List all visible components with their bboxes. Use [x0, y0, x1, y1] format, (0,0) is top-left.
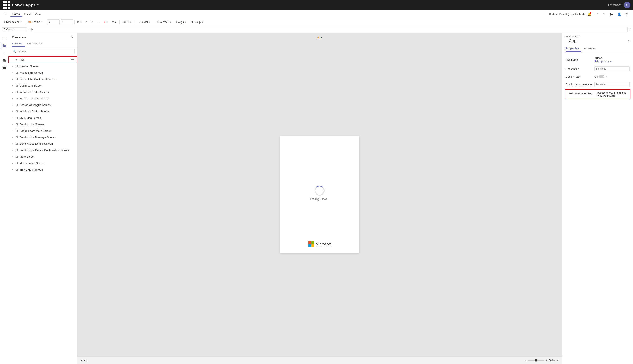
menu-home[interactable]: Home [10, 12, 22, 17]
send-kudos-details-chevron-icon: › [12, 143, 15, 145]
menu-bar: File Home Insert View Kudos - Saved (Unp… [0, 10, 633, 18]
individual-kudos-screen-icon: ☐ [16, 91, 19, 94]
redo-icon[interactable]: ↪ [601, 11, 607, 17]
search-input[interactable] [17, 50, 73, 53]
waffle-button[interactable] [3, 1, 10, 9]
search-colleague-screen-icon: ☐ [16, 104, 19, 106]
kudos-intro-chevron-icon: › [12, 72, 15, 74]
add-icon[interactable]: ＋ [1, 50, 8, 56]
individual-profile-screen-label: Individual Profile Screen [20, 110, 74, 113]
tree-item-select-colleague-screen[interactable]: › ☐ Select Colleague Screen [8, 95, 77, 102]
user-avatar[interactable]: U [624, 2, 630, 8]
fullscreen-icon[interactable]: ⤢ [556, 359, 559, 362]
data-icon[interactable] [1, 57, 8, 64]
notifications-icon[interactable]: 🔔 [586, 11, 592, 17]
person-icon[interactable]: 👤 [616, 11, 622, 17]
underline-button[interactable]: U [89, 20, 95, 24]
select-colleague-screen-icon: ☐ [16, 97, 19, 100]
reorder-button[interactable]: ⧉ Reorder ▼ [155, 20, 173, 24]
property-value: OnStart [4, 28, 12, 31]
tree-item-my-kudos-screen[interactable]: › ☐ My Kudos Screen [8, 115, 77, 121]
tree-item-kudos-intro-screen[interactable]: › ☐ Kudos Intro Screen [8, 70, 77, 76]
microsoft-logo: Microsoft [308, 242, 331, 247]
app-more-icon[interactable]: ••• [71, 58, 74, 61]
instrumentation-key-label: Instrumentation key [568, 91, 596, 95]
formula-expand-icon[interactable]: ▼ [629, 28, 631, 31]
group-button[interactable]: ⊡ Group ▼ [189, 20, 205, 24]
font-family-dropdown[interactable]: ▼ [47, 20, 60, 25]
canvas-footer: ⊞ App − + 50 % ⤢ [77, 356, 562, 364]
align-button[interactable]: ⊞ Align ▼ [174, 20, 188, 24]
tree-item-send-kudos-screen[interactable]: › ☐ Send Kudos Screen [8, 121, 77, 128]
tree-view-icon[interactable] [1, 42, 8, 49]
tree-item-dashboard-screen[interactable]: › ☐ Dashboard Screen [8, 82, 77, 89]
dashboard-screen-label: Dashboard Screen [20, 84, 74, 87]
formula-input[interactable] [34, 27, 627, 32]
right-panel-title: App [566, 38, 580, 45]
tree-close-icon[interactable]: ✕ [71, 36, 74, 39]
tab-screens[interactable]: Screens [12, 41, 25, 47]
hamburger-menu-icon[interactable]: ☰ [1, 34, 8, 41]
group-label: Group [194, 21, 201, 24]
tree-item-maintenance-screen[interactable]: › ☐ Maintenance Screen [8, 160, 77, 166]
kudos-intro-cont-screen-icon: ☐ [16, 78, 19, 81]
send-kudos-screen-label: Send Kudos Screen [20, 123, 74, 126]
tree-item-app[interactable]: ⊞ App ••• [8, 56, 77, 63]
environment-label: Environment [608, 4, 622, 6]
menu-view[interactable]: View [33, 12, 43, 16]
tree-item-thrive-help-screen[interactable]: › ☐ Thrive Help Screen [8, 166, 77, 173]
tree-item-search-colleague-screen[interactable]: › ☐ Search Colleague Screen [8, 102, 77, 108]
svg-rect-9 [3, 68, 4, 70]
tree-item-individual-profile-screen[interactable]: › ☐ Individual Profile Screen [8, 108, 77, 115]
help-icon[interactable]: ? [628, 40, 630, 43]
italic-button[interactable]: / [84, 20, 88, 24]
fx-icon[interactable]: fx [31, 28, 33, 31]
app-title[interactable]: Power Apps ∨ [12, 3, 39, 8]
help-icon[interactable]: ? [624, 11, 630, 17]
fill-button[interactable]: ⬡ Fill ▼ [121, 20, 133, 24]
tree-item-send-kudos-details-confirm-screen[interactable]: › ☐ Send Kudos Details Confirmation Scre… [8, 147, 77, 154]
warning-chevron-icon[interactable]: ▼ [321, 36, 323, 39]
zoom-in-button[interactable]: + [545, 358, 547, 362]
tree-item-loading-screen[interactable]: › ☐ Loading Screen [8, 63, 77, 70]
my-kudos-screen-label: My Kudos Screen [20, 116, 74, 120]
description-input[interactable] [594, 66, 630, 71]
svg-rect-4 [3, 46, 4, 47]
zoom-slider[interactable] [528, 360, 544, 361]
right-panel: APP OBJECT App ? Properties Advanced App… [562, 33, 633, 364]
edit-app-name-link[interactable]: Edit app name [594, 60, 630, 63]
send-kudos-details-confirm-screen-label: Send Kudos Details Confirmation Screen [20, 149, 74, 152]
components-icon[interactable] [1, 65, 8, 71]
zoom-out-button[interactable]: − [524, 358, 526, 362]
align-text-button[interactable]: ≡▼ [111, 20, 118, 24]
bold-button[interactable]: B▼ [76, 20, 84, 24]
menu-insert[interactable]: Insert [22, 12, 33, 16]
thrive-help-screen-icon: ☐ [16, 168, 19, 171]
border-button[interactable]: ▭ Border ▼ [136, 20, 152, 24]
tree-item-send-kudos-details-screen[interactable]: › ☐ Send Kudos Details Screen [8, 140, 77, 147]
tree-item-send-kudos-message-screen[interactable]: › ☐ Send Kudos Message Screen [8, 134, 77, 140]
confirm-exit-toggle-switch[interactable] [599, 75, 607, 78]
tab-properties[interactable]: Properties [566, 45, 581, 52]
right-panel-section-label: APP OBJECT [562, 33, 633, 38]
undo-icon[interactable]: ↩ [594, 11, 600, 17]
property-selector[interactable]: OnStart ▼ [2, 27, 27, 32]
menu-file[interactable]: File [2, 12, 10, 16]
tree-item-individual-kudos-screen[interactable]: › ☐ Individual Kudos Screen [8, 89, 77, 95]
play-icon[interactable]: ▶ [609, 11, 615, 17]
tree-item-more-screen[interactable]: › ☐ More Screen [8, 154, 77, 160]
font-size-dropdown[interactable]: ▼ [61, 20, 73, 25]
confirm-exit-message-input[interactable] [594, 82, 630, 87]
tab-components[interactable]: Components [27, 41, 45, 47]
new-screen-chevron-icon: ▼ [20, 21, 22, 23]
tree-item-badge-learn-more-screen[interactable]: › ☐ Badge Learn More Screen [8, 128, 77, 134]
dashboard-screen-icon: ☐ [16, 84, 19, 87]
tree-item-kudos-intro-continued-screen[interactable]: › ☐ Kudos Intro Continued Screen [8, 76, 77, 82]
theme-button[interactable]: 🎨 Theme ▼ [27, 20, 44, 24]
new-screen-button[interactable]: ⊞ New screen ▼ [2, 20, 24, 24]
strikethrough-button[interactable]: — [95, 20, 101, 24]
tab-advanced[interactable]: Advanced [584, 45, 598, 52]
font-color-button[interactable]: A▼ [102, 20, 110, 24]
left-nav: ☰ ＋ [0, 33, 8, 364]
search-colleague-screen-label: Search Colleague Screen [20, 104, 74, 106]
